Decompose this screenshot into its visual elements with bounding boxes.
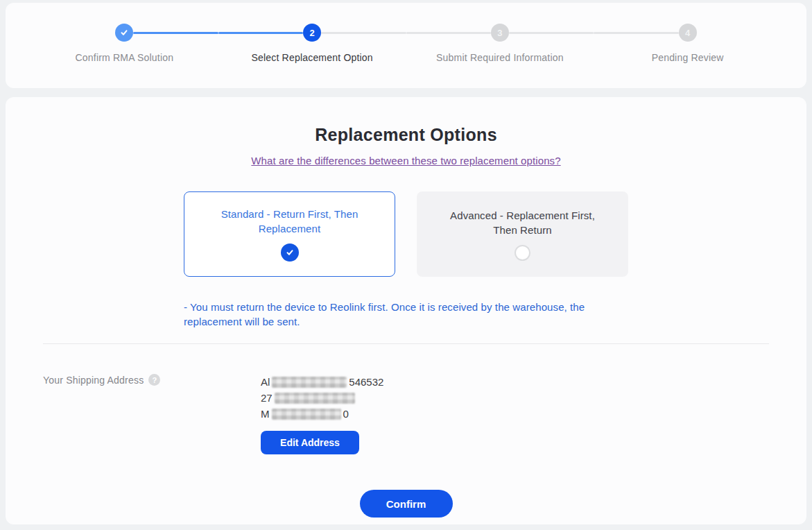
address-text: 0 [343, 408, 349, 420]
connector-segment [406, 32, 491, 34]
step-label: Select Replacement Option [251, 51, 372, 65]
page-title: Replacement Options [43, 125, 769, 145]
confirm-button[interactable]: Confirm [360, 490, 453, 518]
step-select-replacement-option: 2 Select Replacement Option [218, 24, 406, 65]
step-number-circle: 2 [303, 24, 321, 42]
step-label: Submit Required Information [436, 51, 564, 65]
redacted-text [275, 393, 355, 404]
address-text: Al [261, 376, 270, 388]
connector-segment [133, 32, 218, 34]
shipping-section: Your Shipping Address ? Al 546532 27 M 0… [43, 374, 769, 454]
step-track: 4 [594, 24, 781, 42]
step-label: Confirm RMA Solution [76, 51, 174, 65]
step-submit-required-information: 3 Submit Required Information [406, 24, 594, 65]
section-divider [43, 343, 769, 344]
confirm-wrap: Confirm [43, 490, 769, 518]
step-number-circle: 3 [491, 24, 509, 42]
option-label: Standard - Return First, Then Replacemen… [205, 207, 374, 236]
connector-segment [509, 32, 594, 34]
address-line: 27 [261, 390, 383, 406]
address-text: M [261, 408, 270, 420]
step-pending-review: 4 Pending Review [594, 24, 781, 65]
address-line: Al 546532 [261, 374, 383, 390]
step-track: 3 [406, 24, 594, 42]
help-link-wrap: What are the differences between these t… [43, 155, 769, 167]
connector-segment [594, 32, 678, 34]
option-advanced-replacement-first[interactable]: Advanced - Replacement First, Then Retur… [417, 191, 628, 277]
check-icon [119, 28, 129, 37]
address-text: 27 [261, 392, 273, 404]
step-done-circle [115, 24, 133, 42]
check-icon [281, 243, 299, 262]
progress-stepper: Confirm RMA Solution 2 Select Replacemen… [31, 24, 781, 65]
connector-segment [218, 32, 303, 34]
step-track [31, 24, 218, 42]
shipping-address-label: Your Shipping Address [43, 374, 144, 386]
shipping-label-cell: Your Shipping Address ? [43, 374, 261, 454]
shipping-address-block: Al 546532 27 M 0 Edit Address [261, 374, 383, 454]
option-note: - You must return the device to Reolink … [184, 300, 628, 329]
main-card: Replacement Options What are the differe… [6, 97, 806, 524]
radio-empty-icon [515, 245, 530, 261]
step-label: Pending Review [652, 51, 724, 65]
option-label: Advanced - Replacement First, Then Retur… [438, 208, 607, 237]
question-icon[interactable]: ? [148, 374, 160, 386]
address-text: 546532 [349, 376, 383, 388]
option-standard-return-first[interactable]: Standard - Return First, Then Replacemen… [184, 191, 395, 277]
address-line: M 0 [261, 406, 383, 422]
connector-segment [321, 32, 406, 34]
replacement-differences-link[interactable]: What are the differences between these t… [251, 155, 560, 166]
step-number-circle: 4 [679, 24, 697, 42]
connector-segment [697, 32, 781, 34]
step-track: 2 [218, 24, 406, 42]
stepper-card: Confirm RMA Solution 2 Select Replacemen… [6, 3, 806, 88]
redacted-text [272, 409, 341, 420]
replacement-options-group: Standard - Return First, Then Replacemen… [43, 191, 769, 277]
connector-segment [31, 32, 115, 34]
edit-address-button[interactable]: Edit Address [261, 431, 359, 454]
redacted-text [272, 377, 347, 388]
step-confirm-rma-solution: Confirm RMA Solution [31, 24, 218, 65]
